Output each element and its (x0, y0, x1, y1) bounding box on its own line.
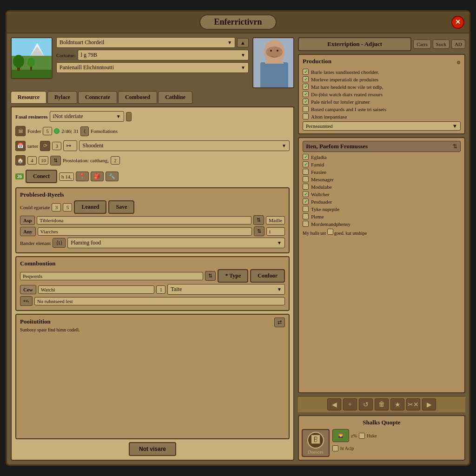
any-input[interactable]: Viarches (38, 227, 252, 236)
scrollbar[interactable] (126, 112, 132, 121)
arrow-back-btn[interactable]: ↤› (20, 296, 33, 306)
could-label: Could egariate (20, 205, 50, 210)
left-nav-btn[interactable]: ◀ (327, 398, 341, 410)
tarter-row: 📅 tarter ⟳ 3 ↦ Shoodent ▼ (15, 140, 290, 151)
prod-item-text: Mat hare hesdeld now vile tet ndlp, (311, 84, 383, 90)
suck-btn[interactable]: Suck (433, 40, 450, 49)
asp-sort[interactable]: ⇅ (253, 215, 264, 225)
item-checkbox[interactable] (303, 213, 309, 219)
could-val2[interactable]: 5 (63, 203, 72, 212)
peqwenls-input[interactable]: Peqwenls (20, 272, 203, 280)
prod-checkbox[interactable] (303, 113, 309, 119)
comb-row3: ↤› No ruhntseed lest (20, 296, 285, 306)
scissors-btn[interactable]: ✂✕ (406, 398, 420, 410)
right-nav-btn[interactable]: ▶ (422, 398, 436, 410)
svg-point-13 (270, 50, 272, 52)
huke-check[interactable] (359, 433, 365, 439)
tarter-value[interactable]: 3 (52, 142, 61, 150)
build-sort[interactable]: ⇅ (50, 156, 61, 165)
fields-area: Boldntuart Chordeil ▼ ▲ Cortome: l g 79B… (56, 37, 249, 73)
carrs-btn[interactable]: Carrs (413, 40, 431, 49)
item-checkbox[interactable] (303, 176, 309, 182)
item-checkbox[interactable] (303, 206, 309, 212)
production-title: Production (303, 58, 331, 65)
type-btn[interactable]: * Type (218, 269, 248, 283)
items-arrow: ⇅ (453, 143, 457, 150)
tab-combosed[interactable]: Combosed (118, 91, 157, 104)
item-checkbox[interactable] (303, 191, 309, 197)
bag-icon: 🎒 (91, 172, 104, 181)
svg-point-8 (27, 58, 35, 67)
tab-bylace[interactable]: Bylace (47, 91, 77, 104)
landscape-portrait (11, 37, 53, 79)
trash-btn[interactable]: 🗑 (375, 398, 389, 410)
build-val1[interactable]: 4 (27, 156, 37, 165)
prod-checkbox[interactable] (303, 76, 309, 82)
close-button[interactable]: ✕ (451, 16, 464, 29)
prod-checkbox[interactable] (303, 91, 309, 97)
ad-btn[interactable]: AD (451, 40, 465, 49)
item-row: Tyke nuprpile (303, 206, 461, 212)
tab-conncrate[interactable]: Conncrate (78, 91, 117, 104)
forder-value[interactable]: 5 (43, 127, 52, 135)
item-checkbox[interactable] (303, 221, 309, 227)
item-checkbox[interactable] (303, 198, 309, 205)
item-checkbox[interactable] (303, 154, 309, 160)
item-checkbox[interactable] (303, 169, 309, 175)
arrow-btn[interactable]: ⟨ (80, 126, 89, 136)
forder-icon: 🏛 (15, 126, 26, 136)
maille-field[interactable]: Maille (266, 216, 285, 225)
taite-dropdown[interactable]: Taite ▼ (167, 284, 285, 295)
peqwenls-sort[interactable]: ⇅ (205, 271, 216, 281)
prod-item: Do-jblst watch diatx reated resours (303, 91, 461, 97)
watchi-input[interactable]: Watchi (38, 285, 155, 294)
leaned-btn[interactable]: Leaned (74, 200, 106, 214)
panel-dropdown[interactable]: Panienaill Elichinntoutti ▼ (56, 62, 249, 73)
item-checkbox[interactable] (303, 184, 309, 190)
could-val1[interactable]: 3 (52, 203, 61, 212)
red-arrow-icon: → (298, 212, 300, 221)
costume-row: Cortome: l g 79B ▼ (56, 50, 249, 60)
pooitution-sort[interactable]: ⇄ (274, 317, 285, 327)
prod-dropdown[interactable]: Perneaumted ▼ (303, 121, 461, 131)
up-button[interactable]: ▲ (237, 38, 249, 47)
prod-checkbox[interactable] (303, 99, 309, 105)
aclp-label: ht Aclp (340, 446, 354, 451)
confoor-btn[interactable]: Confoor (250, 269, 285, 283)
item-checkbox[interactable] (303, 161, 309, 167)
prod-checkbox[interactable] (303, 69, 309, 75)
save-btn[interactable]: Save (108, 200, 134, 214)
note-checkbox[interactable] (327, 229, 333, 235)
tab-resource[interactable]: Resource (11, 91, 46, 104)
costume-dropdown[interactable]: l g 79B ▼ (78, 50, 249, 60)
prod-checkbox[interactable] (303, 84, 309, 90)
star-btn[interactable]: ★ (390, 398, 404, 410)
tarter-dropdown[interactable]: Shoodent ▼ (79, 140, 290, 151)
items-note: My hulls ust goed. kat unshipe (303, 229, 461, 236)
fasal-dropdown[interactable]: iNot sideriate ▼ (50, 111, 124, 122)
bander-dropdown[interactable]: Plaming food ▼ (67, 238, 285, 248)
tarter-label: tarter (27, 143, 38, 149)
any-sort[interactable]: ⇅ (254, 226, 264, 236)
bander-num[interactable]: ⟨1⟩ (53, 238, 66, 248)
pin-icon: 📍 (76, 172, 89, 181)
asp-input[interactable]: Tibleridona (37, 216, 251, 225)
item-row: Modulabe (303, 184, 461, 190)
refresh-btn[interactable]: ↺ (359, 398, 373, 410)
tarter-arrow-box[interactable]: ↦ (63, 140, 77, 151)
connect-btn[interactable]: Conect (26, 170, 57, 183)
name-dropdown[interactable]: Boldntuart Chordeil ▼ (56, 37, 235, 48)
note-text2: goed. kat unshipe (334, 231, 367, 236)
tab-cathline[interactable]: Cathline (158, 91, 192, 104)
any-label: Any (20, 227, 36, 236)
build-val2[interactable]: 10 (39, 156, 48, 165)
tabs-row: Resource Bylace Conncrate Combosed Cathl… (11, 91, 294, 104)
skills-title: Shalks Quopte (302, 419, 462, 426)
any-val2[interactable]: i (266, 227, 285, 236)
aclp-check[interactable] (332, 445, 338, 451)
prod-dropdown-row: Perneaumted ▼ (303, 121, 461, 131)
not-visare-button[interactable]: Not visare (129, 442, 176, 456)
prod-checkbox[interactable] (303, 106, 309, 112)
plus-btn[interactable]: + (343, 398, 357, 410)
item-row: Pesduader (303, 198, 461, 205)
